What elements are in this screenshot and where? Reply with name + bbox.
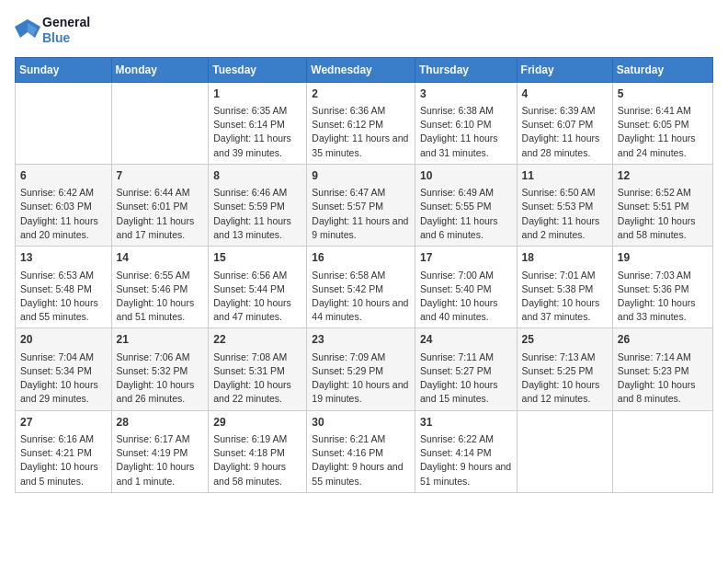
weekday-header-wednesday: Wednesday bbox=[307, 57, 415, 82]
day-info: Sunrise: 7:11 AM bbox=[420, 350, 512, 364]
day-info: Sunrise: 6:52 AM bbox=[618, 186, 708, 200]
calendar-cell: 23Sunrise: 7:09 AMSunset: 5:29 PMDayligh… bbox=[307, 328, 415, 410]
day-info: Sunset: 4:21 PM bbox=[20, 446, 107, 460]
day-number: 8 bbox=[213, 168, 301, 184]
weekday-header-sunday: Sunday bbox=[16, 57, 112, 82]
day-info: Daylight: 10 hours and 15 minutes. bbox=[420, 378, 512, 406]
day-info: Sunrise: 6:49 AM bbox=[420, 186, 512, 200]
day-info: Sunrise: 6:17 AM bbox=[117, 432, 204, 446]
weekday-header-friday: Friday bbox=[517, 57, 612, 82]
calendar-cell: 11Sunrise: 6:50 AMSunset: 5:53 PMDayligh… bbox=[517, 164, 612, 246]
day-number: 9 bbox=[312, 168, 410, 184]
calendar-cell: 9Sunrise: 6:47 AMSunset: 5:57 PMDaylight… bbox=[307, 164, 415, 246]
day-info: Daylight: 11 hours and 9 minutes. bbox=[312, 214, 410, 242]
day-info: Sunrise: 6:50 AM bbox=[522, 186, 608, 200]
day-info: Daylight: 10 hours and 8 minutes. bbox=[618, 378, 708, 406]
day-number: 15 bbox=[213, 250, 301, 266]
weekday-header-tuesday: Tuesday bbox=[209, 57, 307, 82]
day-info: Daylight: 9 hours and 58 minutes. bbox=[213, 460, 301, 488]
day-info: Sunrise: 6:46 AM bbox=[213, 186, 301, 200]
day-info: Sunset: 5:32 PM bbox=[117, 364, 204, 378]
weekday-header-saturday: Saturday bbox=[612, 57, 712, 82]
day-number: 30 bbox=[312, 415, 410, 431]
day-info: Sunrise: 7:13 AM bbox=[522, 350, 608, 364]
day-number: 1 bbox=[213, 86, 301, 102]
calendar-table: SundayMondayTuesdayWednesdayThursdayFrid… bbox=[15, 57, 713, 493]
day-number: 16 bbox=[312, 250, 410, 266]
day-number: 28 bbox=[117, 415, 204, 431]
day-info: Sunset: 5:57 PM bbox=[312, 200, 410, 213]
day-number: 3 bbox=[420, 86, 512, 102]
calendar-cell: 12Sunrise: 6:52 AMSunset: 5:51 PMDayligh… bbox=[612, 164, 712, 246]
day-info: Daylight: 10 hours and 58 minutes. bbox=[618, 214, 708, 242]
day-number: 17 bbox=[420, 250, 512, 266]
calendar-cell bbox=[16, 82, 112, 164]
day-info: Sunrise: 7:14 AM bbox=[618, 350, 708, 364]
calendar-cell: 5Sunrise: 6:41 AMSunset: 6:05 PMDaylight… bbox=[612, 82, 712, 164]
day-number: 4 bbox=[522, 86, 608, 102]
day-info: Sunset: 5:42 PM bbox=[312, 282, 410, 296]
day-info: Sunset: 4:16 PM bbox=[312, 446, 410, 460]
calendar-cell: 1Sunrise: 6:35 AMSunset: 6:14 PMDaylight… bbox=[209, 82, 307, 164]
day-number: 24 bbox=[420, 332, 512, 348]
day-info: Sunrise: 7:06 AM bbox=[117, 350, 204, 364]
day-number: 18 bbox=[522, 250, 608, 266]
day-info: Sunset: 5:40 PM bbox=[420, 282, 512, 296]
day-info: Daylight: 11 hours and 24 minutes. bbox=[618, 132, 708, 159]
day-info: Sunset: 6:05 PM bbox=[618, 118, 708, 132]
day-info: Daylight: 11 hours and 13 minutes. bbox=[213, 214, 301, 242]
day-info: Daylight: 10 hours and 1 minute. bbox=[117, 460, 204, 488]
day-info: Daylight: 10 hours and 22 minutes. bbox=[213, 378, 301, 406]
day-info: Daylight: 9 hours and 55 minutes. bbox=[312, 460, 410, 488]
day-number: 23 bbox=[312, 332, 410, 348]
day-info: Daylight: 11 hours and 17 minutes. bbox=[117, 214, 204, 242]
day-info: Sunrise: 6:35 AM bbox=[213, 104, 301, 118]
day-info: Sunset: 5:29 PM bbox=[312, 364, 410, 378]
day-info: Sunset: 5:34 PM bbox=[20, 364, 107, 378]
calendar-week-4: 20Sunrise: 7:04 AMSunset: 5:34 PMDayligh… bbox=[16, 328, 713, 410]
day-info: Daylight: 10 hours and 5 minutes. bbox=[20, 460, 107, 488]
calendar-cell: 14Sunrise: 6:55 AMSunset: 5:46 PMDayligh… bbox=[111, 247, 209, 328]
calendar-cell: 13Sunrise: 6:53 AMSunset: 5:48 PMDayligh… bbox=[16, 247, 112, 328]
day-info: Sunset: 5:23 PM bbox=[618, 364, 708, 378]
calendar-cell: 25Sunrise: 7:13 AMSunset: 5:25 PMDayligh… bbox=[517, 328, 612, 410]
day-info: Daylight: 10 hours and 55 minutes. bbox=[20, 296, 107, 324]
day-info: Sunset: 5:51 PM bbox=[618, 200, 708, 213]
calendar-cell: 24Sunrise: 7:11 AMSunset: 5:27 PMDayligh… bbox=[415, 328, 517, 410]
day-info: Sunset: 5:25 PM bbox=[522, 364, 608, 378]
day-info: Daylight: 11 hours and 39 minutes. bbox=[213, 132, 301, 159]
calendar-cell: 28Sunrise: 6:17 AMSunset: 4:19 PMDayligh… bbox=[111, 410, 209, 492]
day-info: Sunrise: 6:19 AM bbox=[213, 432, 301, 446]
day-info: Sunset: 4:18 PM bbox=[213, 446, 301, 460]
day-info: Sunrise: 6:47 AM bbox=[312, 186, 410, 200]
day-number: 21 bbox=[117, 332, 204, 348]
logo-text-blue: Blue bbox=[42, 30, 90, 46]
day-info: Sunset: 6:10 PM bbox=[420, 118, 512, 132]
day-info: Sunrise: 7:03 AM bbox=[618, 269, 708, 282]
day-info: Daylight: 9 hours and 51 minutes. bbox=[420, 460, 512, 488]
day-info: Daylight: 10 hours and 47 minutes. bbox=[213, 296, 301, 324]
day-info: Daylight: 10 hours and 37 minutes. bbox=[522, 296, 608, 324]
day-info: Daylight: 11 hours and 6 minutes. bbox=[420, 214, 512, 242]
calendar-cell: 7Sunrise: 6:44 AMSunset: 6:01 PMDaylight… bbox=[111, 164, 209, 246]
day-info: Daylight: 10 hours and 40 minutes. bbox=[420, 296, 512, 324]
day-number: 6 bbox=[20, 168, 107, 184]
day-info: Sunset: 5:59 PM bbox=[213, 200, 301, 213]
day-number: 31 bbox=[420, 415, 512, 431]
calendar-cell: 29Sunrise: 6:19 AMSunset: 4:18 PMDayligh… bbox=[209, 410, 307, 492]
day-info: Sunrise: 7:00 AM bbox=[420, 269, 512, 282]
logo-bird-icon bbox=[15, 17, 40, 43]
calendar-cell bbox=[517, 410, 612, 492]
day-number: 11 bbox=[522, 168, 608, 184]
day-info: Daylight: 10 hours and 51 minutes. bbox=[117, 296, 204, 324]
day-number: 20 bbox=[20, 332, 107, 348]
day-info: Sunset: 5:38 PM bbox=[522, 282, 608, 296]
day-number: 14 bbox=[117, 250, 204, 266]
day-info: Sunset: 4:19 PM bbox=[117, 446, 204, 460]
weekday-header-thursday: Thursday bbox=[415, 57, 517, 82]
calendar-cell: 2Sunrise: 6:36 AMSunset: 6:12 PMDaylight… bbox=[307, 82, 415, 164]
calendar-cell bbox=[111, 82, 209, 164]
day-info: Sunset: 4:14 PM bbox=[420, 446, 512, 460]
day-info: Daylight: 10 hours and 19 minutes. bbox=[312, 378, 410, 406]
calendar-week-3: 13Sunrise: 6:53 AMSunset: 5:48 PMDayligh… bbox=[16, 247, 713, 328]
